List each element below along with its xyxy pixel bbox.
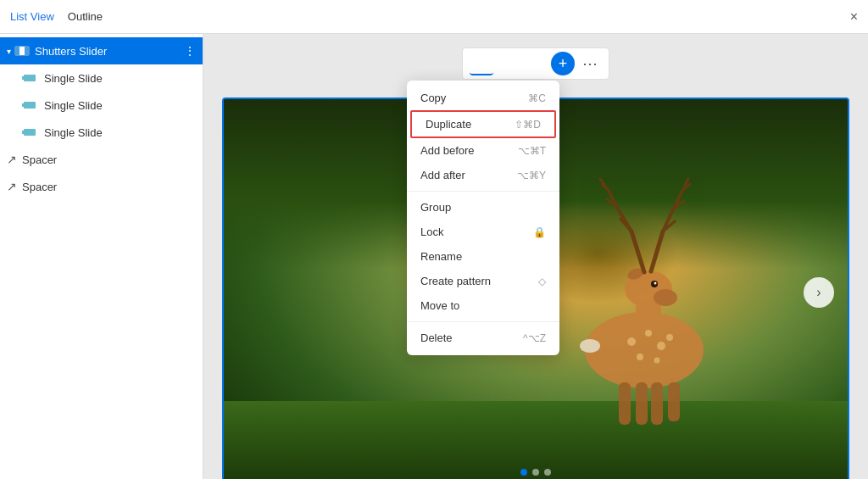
main-content: ▾ Shutters Slider ⋮ Single Slide Single … [0,34,868,479]
svg-point-3 [654,289,677,306]
add-before-label: Add before [420,144,475,157]
single-slide-1-label: Single Slide [44,72,103,85]
top-bar: List View Outline × [0,0,868,34]
spacer-1-label: Spacer [22,153,57,166]
sidebar-item-shutters-slider[interactable]: ▾ Shutters Slider ⋮ [0,37,203,64]
shutters-slider-label: Shutters Slider [35,45,107,58]
single-slide-2-label: Single Slide [44,99,103,112]
create-pattern-label: Create pattern [420,275,491,287]
svg-line-14 [651,231,663,271]
chevron-down-icon: ▾ [7,47,11,56]
svg-line-7 [632,231,644,272]
toolbar-tab-1[interactable] [470,52,493,75]
menu-item-copy[interactable]: Copy ⌘C [407,86,559,110]
menu-item-delete[interactable]: Delete ^⌥Z [407,326,559,350]
more-options-icon[interactable]: ⋮ [184,44,196,58]
toolbar-tab-3[interactable] [524,52,548,75]
sidebar-item-spacer-2[interactable]: ↗ Spacer [0,173,203,200]
move-to-label: Move to [420,299,459,312]
svg-rect-28 [636,382,648,425]
menu-item-duplicate[interactable]: Duplicate ⇧⌘D [410,110,556,138]
svg-rect-30 [668,382,680,421]
create-pattern-icon: ◇ [538,276,546,287]
canvas-toolbar: + ⋯ [462,47,609,80]
svg-rect-1 [636,299,661,359]
slider-dot-1[interactable] [520,469,527,476]
svg-point-23 [657,342,665,350]
single-slide-icon-3 [24,127,39,137]
svg-point-22 [645,330,652,337]
menu-item-create-pattern[interactable]: Create pattern ◇ [407,269,559,293]
svg-point-25 [654,358,660,364]
svg-point-26 [666,334,673,341]
menu-item-group[interactable]: Group [407,195,559,220]
duplicate-shortcut: ⇧⌘D [515,119,541,131]
slider-dot-2[interactable] [532,469,539,476]
context-menu: Copy ⌘C Duplicate ⇧⌘D Add before ⌥⌘T Add… [407,81,559,355]
toolbar-tab-2[interactable] [497,52,520,75]
menu-item-move-to[interactable]: Move to [407,293,559,318]
sidebar-item-single-slide-2[interactable]: Single Slide [0,92,203,119]
single-slide-icon-2 [24,100,39,110]
deer-image [526,147,763,435]
single-slide-3-label: Single Slide [44,126,103,139]
rename-label: Rename [420,250,462,263]
svg-point-21 [627,337,636,346]
spacer-2-label: Spacer [22,181,57,193]
slider-next-arrow[interactable]: › [804,277,834,308]
menu-item-rename[interactable]: Rename [407,244,559,269]
svg-point-5 [654,282,657,285]
lock-icon: 🔒 [533,226,546,238]
slider-dots [520,469,551,476]
svg-point-31 [580,339,600,353]
slider-icon [14,46,30,56]
svg-point-24 [637,354,643,360]
divider-1 [407,191,559,192]
menu-item-lock[interactable]: Lock 🔒 [407,220,559,244]
add-before-shortcut: ⌥⌘T [518,145,546,157]
divider-2 [407,321,559,322]
sidebar-item-single-slide-1[interactable]: Single Slide [0,64,203,92]
more-options-button[interactable]: ⋯ [578,52,602,75]
sidebar-item-spacer-1[interactable]: ↗ Spacer [0,146,203,173]
slider-dot-3[interactable] [544,469,551,476]
add-after-shortcut: ⌥⌘Y [517,170,546,181]
single-slide-icon [24,73,39,83]
copy-label: Copy [420,92,446,104]
spacer-icon-1: ↗ [7,153,17,166]
close-icon[interactable]: × [850,9,858,25]
spacer-icon-2: ↗ [7,180,17,193]
delete-shortcut: ^⌥Z [523,332,546,344]
duplicate-label: Duplicate [426,118,471,131]
add-block-button[interactable]: + [551,52,575,75]
menu-item-add-after[interactable]: Add after ⌥⌘Y [407,163,559,187]
group-label: Group [420,201,451,214]
add-after-label: Add after [420,169,465,181]
arrow-right-icon: › [816,285,821,300]
sidebar-item-single-slide-3[interactable]: Single Slide [0,119,203,146]
canvas-area: + ⋯ [203,34,868,479]
svg-rect-27 [619,382,631,425]
delete-label: Delete [420,331,453,344]
sidebar: ▾ Shutters Slider ⋮ Single Slide Single … [0,34,203,479]
lock-label: Lock [420,226,443,238]
list-view-tab[interactable]: List View [10,10,54,23]
outline-tab[interactable]: Outline [68,10,103,23]
svg-rect-29 [651,382,663,425]
menu-item-add-before[interactable]: Add before ⌥⌘T [407,138,559,163]
copy-shortcut: ⌘C [528,92,546,104]
